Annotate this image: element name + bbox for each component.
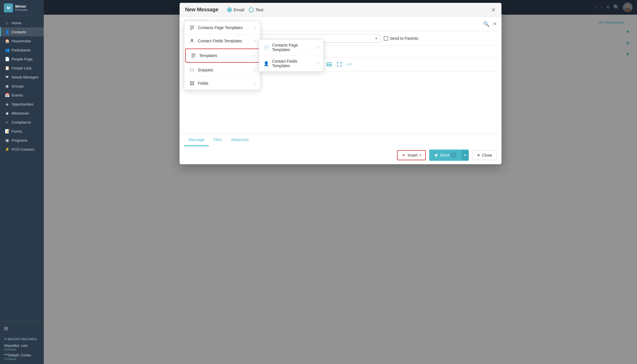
participants-icon: 👥 — [5, 48, 9, 52]
sidebar-item-events[interactable]: 📅 Events — [0, 91, 44, 100]
svg-rect-45 — [192, 81, 194, 83]
email-label: Email — [234, 7, 245, 12]
message-tab[interactable]: Message — [184, 134, 209, 146]
code-button[interactable]: </> — [345, 60, 354, 69]
message-type-group: Email Text — [227, 7, 263, 12]
snippets-menu-item[interactable]: Snippets › — [184, 63, 260, 77]
sidebar-item-people-page[interactable]: 📄 People Page — [0, 54, 44, 63]
svg-rect-34 — [190, 26, 194, 27]
recipient-clear-button[interactable]: ✕ — [493, 21, 497, 27]
image-button[interactable] — [324, 60, 334, 69]
send-dropdown-button[interactable]: ▾ — [461, 150, 469, 160]
svg-rect-47 — [192, 84, 194, 85]
contact-fields-icon: 👤 — [263, 60, 269, 67]
svg-rect-32 — [327, 63, 331, 66]
sidebar: M Minist Perimeter ⌂ Home 👤 Contacts 🏠 H… — [0, 0, 44, 364]
home-icon: ⌂ — [5, 21, 9, 25]
grid-icon[interactable]: ⊞ — [4, 325, 8, 332]
files-tab[interactable]: Files — [209, 134, 226, 146]
contact-fields-templates-item[interactable]: 👤 Contact Fields Templates › — [259, 56, 323, 71]
contacts-page-templates-item[interactable]: 📄 Contacts Page Templates › — [259, 40, 323, 56]
contacts-page-templates-label: Contacts Page Templates — [272, 43, 315, 52]
list-item[interactable]: Skywalker, Leia Contacts — [4, 343, 40, 352]
cpt-icon — [189, 25, 195, 31]
svg-point-38 — [191, 39, 193, 41]
cft-label: Contact Fields Templates — [198, 39, 242, 43]
svg-rect-40 — [191, 55, 195, 56]
events-icon: 📅 — [5, 93, 9, 97]
milestones-icon: ◆ — [5, 111, 9, 115]
svg-rect-39 — [191, 54, 195, 54]
people-page-icon: 📄 — [5, 57, 9, 61]
insert-dropdown: Contacts Page Templates › Contact Fields… — [184, 21, 260, 90]
new-message-modal: New Message Email Text ✕ Contacts — [180, 3, 501, 164]
sidebar-nav: ⌂ Home 👤 Contacts 🏠 Households 👥 Partici… — [0, 16, 44, 322]
needs-icon: ❤ — [5, 75, 9, 79]
text-radio-circle — [249, 7, 254, 12]
sidebar-item-pco-connect[interactable]: ⚡ PCO Connect — [0, 145, 44, 154]
contacts-page-templates-menu-item[interactable]: Contacts Page Templates › — [184, 21, 260, 34]
sidebar-item-compliance[interactable]: ✓ Compliance — [0, 118, 44, 127]
main-content: ‹ › ✕ 🔍 orm Responses ⋮ ▾ ▾ ▾ New Messag… — [44, 0, 637, 364]
email-radio-circle — [227, 7, 232, 12]
cpt-arrow: › — [254, 26, 256, 30]
advanced-tab[interactable]: Advanced — [226, 134, 253, 146]
sidebar-item-needs[interactable]: ❤ Needs Managen — [0, 73, 44, 82]
text-radio[interactable]: Text — [249, 7, 263, 12]
recipients-select-arrow: ▾ — [375, 36, 377, 41]
sidebar-item-contacts[interactable]: 👤 Contacts — [0, 27, 44, 36]
contacts-icon: 👤 — [5, 30, 9, 34]
send-to-parents-label: Send to Parents — [390, 36, 418, 41]
sidebar-item-households[interactable]: 🏠 Households — [0, 36, 44, 45]
people-lists-icon: 📋 — [5, 66, 9, 70]
svg-rect-36 — [190, 28, 194, 29]
contacts-page-templates-icon: 📄 — [263, 44, 269, 51]
sidebar-item-participants[interactable]: 👥 Participants — [0, 45, 44, 54]
modal-close-button[interactable]: ✕ — [491, 7, 496, 13]
templates-icon — [190, 52, 197, 59]
templates-submenu: 📄 Contacts Page Templates › 👤 Contact Fi… — [259, 39, 324, 72]
insert-button[interactable]: Insert ▾ — [397, 150, 426, 160]
recent-records-title: ↺ Recent Records — [4, 337, 40, 341]
close-button[interactable]: ✕ Close — [472, 150, 497, 160]
cft-arrow: › — [254, 39, 256, 43]
send-count-badge: 1 — [451, 152, 457, 158]
recipient-search-button[interactable]: 🔍 — [483, 21, 489, 27]
sidebar-item-programs[interactable]: ▣ Programs — [0, 136, 44, 145]
sidebar-item-home[interactable]: ⌂ Home — [0, 18, 44, 27]
email-radio[interactable]: Email — [227, 7, 245, 12]
contact-fields-menu-item[interactable]: Contact Fields Templates › — [184, 34, 260, 48]
pco-connect-icon: ⚡ — [5, 147, 9, 152]
editor-body[interactable]: 📄 Contacts Page Templates › 👤 Contact Fi… — [180, 72, 501, 134]
compliance-icon: ✓ — [5, 120, 9, 124]
svg-rect-42 — [191, 57, 194, 58]
send-to-parents-checkbox[interactable]: Send to Parents — [384, 36, 418, 41]
list-item[interactable]: ***Default, Contac Contacts — [4, 352, 40, 362]
svg-rect-46 — [190, 84, 192, 85]
modal-title: New Message — [185, 7, 219, 13]
groups-icon: ◉ — [5, 84, 9, 88]
programs-icon: ▣ — [5, 138, 9, 142]
sidebar-item-milestones[interactable]: ◆ Milestones — [0, 109, 44, 118]
households-icon: 🏠 — [5, 39, 9, 43]
fields-menu-item[interactable]: Fields › — [184, 77, 260, 90]
forms-icon: 📝 — [5, 129, 9, 133]
sidebar-item-opportunities[interactable]: ◈ Opportunities — [0, 100, 44, 109]
sidebar-item-groups[interactable]: ◉ Groups — [0, 82, 44, 91]
templates-menu-item[interactable]: Templates › — [185, 49, 259, 63]
opportunities-icon: ◈ — [5, 102, 9, 106]
modal-header: New Message Email Text ✕ — [180, 3, 501, 17]
svg-rect-37 — [190, 29, 192, 30]
logo-text: Minist Perimeter — [15, 4, 27, 12]
fields-label: Fields — [198, 81, 208, 85]
logo-icon: M — [4, 3, 13, 12]
svg-rect-44 — [190, 81, 192, 83]
fullscreen-button[interactable] — [335, 60, 344, 69]
send-main-button[interactable]: Send 1 — [429, 150, 461, 161]
sidebar-item-people-lists[interactable]: 📋 People Lists — [0, 63, 44, 73]
contact-fields-label: Contact Fields Templates — [272, 59, 315, 68]
sidebar-bottom: ⊞ — [0, 322, 44, 335]
modal-footer: Message Files Advanced Insert ▾ Send — [180, 134, 501, 164]
cft-icon — [189, 38, 195, 44]
sidebar-item-forms[interactable]: 📝 Forms — [0, 127, 44, 136]
